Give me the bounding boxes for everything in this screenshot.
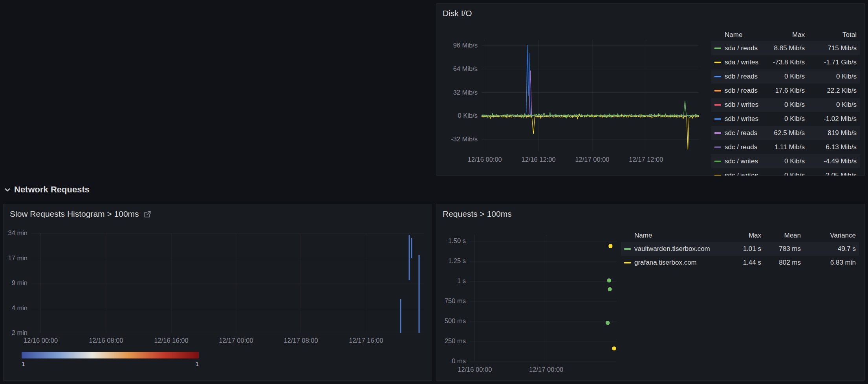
legend-value-max: 1.11 Mib/s <box>761 143 805 151</box>
y-tick-label: 750 ms <box>445 297 466 304</box>
legend-header-row: NameMaxMeanVariance <box>621 229 859 242</box>
panel-slow-requests-histogram: Slow Requests Histogram > 100ms 34 min17… <box>3 204 432 381</box>
legend-row: vaultwarden.tiserbox.com1.01 s783 ms49.7… <box>621 242 859 256</box>
y-tick-label: 96 Mib/s <box>453 42 478 49</box>
legend-series-name[interactable]: sdc / writes <box>725 172 758 176</box>
disk-io-chart[interactable]: 96 Mib/s64 Mib/s32 Mib/s0 Kib/s-32 Mib/s… <box>436 23 707 176</box>
legend-row: sdb / reads0 Kib/s0 Kib/s <box>711 69 860 84</box>
y-tick-label: 0 Kib/s <box>458 112 478 119</box>
legend-value-max: 62.5 Mib/s <box>761 129 805 137</box>
data-point[interactable] <box>606 321 610 325</box>
panel-title-text: Slow Requests Histogram > 100ms <box>10 209 139 219</box>
legend-row: sdc / reads1.11 Mib/s6.13 Mib/s <box>711 140 860 154</box>
legend-value-total: 22.2 Kib/s <box>805 87 857 95</box>
panel-title[interactable]: Slow Requests Histogram > 100ms <box>4 204 432 224</box>
x-tick-label: 12/16 16:00 <box>154 337 188 344</box>
legend-row: sda / writes-73.8 Kib/s-1.71 Gib/s <box>711 55 860 69</box>
data-point[interactable] <box>608 244 612 248</box>
colormap-min-label: 1 <box>22 360 25 367</box>
y-tick-label: 34 min <box>8 229 27 236</box>
legend-series-name[interactable]: sda / writes <box>725 59 758 66</box>
legend-series-name[interactable]: sdc / reads <box>725 143 757 151</box>
legend-row: sdc / writes0 Kib/s-4.49 Mib/s <box>711 154 860 168</box>
requests-legend: NameMaxMeanVariancevaultwarden.tiserbox.… <box>621 229 859 269</box>
legend-series-name[interactable]: sdc / reads <box>725 129 757 137</box>
legend-value-total: -2.05 Mib/s <box>805 172 857 176</box>
legend-value-max: 17.6 Kib/s <box>761 87 805 95</box>
data-point[interactable] <box>608 287 612 291</box>
panel-title[interactable]: Requests > 100ms <box>436 204 864 224</box>
series-line <box>482 114 699 150</box>
series-line <box>482 71 699 116</box>
external-link-icon[interactable] <box>144 210 151 218</box>
legend-value-total: 715 Mib/s <box>805 44 857 52</box>
heatmap-colormap: 1 1 <box>22 352 199 367</box>
y-tick-label: 9 min <box>12 279 27 286</box>
x-tick-label: 12/16 00:00 <box>468 156 502 163</box>
x-tick-label: 12/16 08:00 <box>89 337 123 344</box>
x-tick-label: 12/17 00:00 <box>575 156 609 163</box>
colormap-max-label: 1 <box>196 360 199 367</box>
series-color-dash <box>714 104 721 106</box>
legend-header-variance[interactable]: Variance <box>801 232 856 240</box>
legend-series-name[interactable]: sda / reads <box>725 44 758 52</box>
data-point[interactable] <box>612 346 616 350</box>
panel-title-text: Requests > 100ms <box>443 209 512 219</box>
series-color-dash <box>714 161 721 162</box>
legend-series-name[interactable]: sdc / writes <box>725 157 758 165</box>
legend-value-total: -1.71 Gib/s <box>805 59 857 66</box>
slow-requests-heatmap[interactable]: 34 min17 min9 min4 min2 min12/16 00:0012… <box>4 224 432 350</box>
legend-value-total: 819 Mib/s <box>805 129 857 137</box>
y-tick-label: 4 min <box>12 304 27 311</box>
legend-value-mean: 802 ms <box>761 259 801 267</box>
legend-value-total: -1.02 Mib/s <box>805 115 857 123</box>
series-color-dash <box>714 118 721 120</box>
y-tick-label: 500 ms <box>445 317 466 324</box>
legend-series-name[interactable]: sdb / reads <box>725 87 758 95</box>
x-tick-label: 12/16 12:00 <box>522 156 556 163</box>
legend-header-name[interactable]: Name <box>624 232 718 240</box>
series-color-dash <box>714 62 721 63</box>
x-tick-label: 12/16 00:00 <box>24 337 58 344</box>
legend-value-variance: 6.83 min <box>801 259 856 267</box>
row-title: Network Requests <box>14 185 90 195</box>
y-tick-label: 1 s <box>457 277 466 284</box>
heatmap-cell[interactable] <box>400 299 401 333</box>
legend-value-max: 0 Kib/s <box>761 115 805 123</box>
legend-value-mean: 783 ms <box>761 245 801 253</box>
panel-requests-over-100ms: Requests > 100ms 1.50 s1.25 s1 s750 ms50… <box>436 204 865 381</box>
legend-header-max[interactable]: Max <box>761 31 805 39</box>
heatmap-cell[interactable] <box>419 255 420 333</box>
legend-value-total: -4.49 Mib/s <box>805 157 857 165</box>
legend-series-name[interactable]: vaultwarden.tiserbox.com <box>634 245 710 253</box>
series-line <box>482 45 699 116</box>
heatmap-cell[interactable] <box>411 238 412 258</box>
series-color-dash <box>714 90 721 91</box>
legend-value-max: 1.44 s <box>718 259 761 267</box>
legend-value-max: 1.01 s <box>718 245 761 253</box>
panel-title[interactable]: Disk I/O <box>436 4 864 23</box>
legend-series-name[interactable]: sdb / writes <box>725 101 758 109</box>
legend-series-name[interactable]: sdb / reads <box>725 73 758 80</box>
series-line <box>482 101 699 119</box>
legend-value-total: 6.13 Mib/s <box>805 143 857 151</box>
legend-value-max: 8.85 Mib/s <box>761 44 805 52</box>
y-tick-label: 0 ms <box>452 357 466 364</box>
y-tick-label: 32 Mib/s <box>453 89 478 96</box>
y-tick-label: 2 min <box>12 329 27 336</box>
row-network-requests[interactable]: Network Requests <box>4 185 90 195</box>
legend-row: sdb / writes0 Kib/s-1.02 Mib/s <box>711 112 860 126</box>
legend-value-max: -73.8 Kib/s <box>761 59 805 66</box>
data-point[interactable] <box>607 278 611 282</box>
y-tick-label: 17 min <box>8 254 27 261</box>
heatmap-cell[interactable] <box>409 235 410 280</box>
legend-value-variance: 49.7 s <box>801 245 856 253</box>
legend-header-mean[interactable]: Mean <box>761 232 801 240</box>
legend-header-name[interactable]: Name <box>714 31 761 39</box>
legend-header-total[interactable]: Total <box>805 31 857 39</box>
series-color-dash <box>714 76 721 77</box>
y-tick-label: -32 Mib/s <box>451 135 478 143</box>
legend-header-max[interactable]: Max <box>718 232 761 240</box>
legend-series-name[interactable]: grafana.tiserbox.com <box>634 259 697 267</box>
legend-series-name[interactable]: sdb / writes <box>725 115 758 123</box>
